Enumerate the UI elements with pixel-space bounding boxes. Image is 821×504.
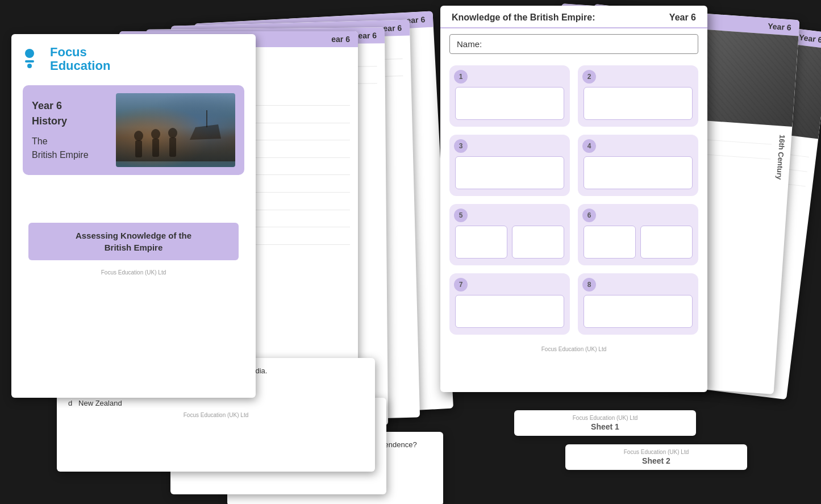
knowledge-header: Knowledge of the British Empire: Year 6 bbox=[440, 6, 707, 28]
sheet2-label: Sheet 2 bbox=[570, 456, 743, 465]
answer-part-5b bbox=[512, 226, 564, 259]
question-box-2: 2 bbox=[578, 65, 698, 127]
cover-body: Year 6 History The British Empire bbox=[11, 78, 256, 189]
cover-history: History bbox=[32, 114, 108, 129]
knowledge-year: Year 6 bbox=[669, 13, 696, 23]
answer-area-8 bbox=[584, 295, 693, 328]
question-box-5: 5 bbox=[449, 204, 570, 265]
q-num-2: 2 bbox=[582, 70, 596, 84]
knowledge-footer: Focus Education (UK) Ltd bbox=[440, 343, 707, 356]
cover-footer: Focus Education (UK) Ltd bbox=[11, 269, 256, 276]
svg-point-15 bbox=[168, 128, 177, 138]
answer-row-5 bbox=[455, 226, 564, 259]
logo-focus: Focus bbox=[50, 45, 110, 59]
question-box-1: 1 bbox=[449, 65, 570, 127]
question-box-6: 6 bbox=[578, 204, 698, 265]
svg-point-6 bbox=[25, 49, 34, 58]
q-num-8: 8 bbox=[582, 278, 596, 291]
answer-area-7 bbox=[455, 295, 564, 328]
svg-point-8 bbox=[27, 64, 32, 68]
right-back-2-year: Year 6 bbox=[799, 32, 821, 44]
answer-area-3 bbox=[455, 156, 564, 189]
battle-scene-svg bbox=[116, 93, 235, 167]
svg-rect-12 bbox=[135, 140, 142, 157]
answer-row-6 bbox=[584, 226, 693, 259]
century-label: 16th Century bbox=[769, 130, 791, 185]
logo-text: Focus Education bbox=[50, 45, 110, 73]
answer-part-6a bbox=[584, 226, 636, 259]
cover-document: Focus Education Year 6 History The Briti… bbox=[11, 34, 256, 398]
cover-title-area: Year 6 History The British Empire bbox=[32, 98, 108, 162]
bottom-doc-1-footer: Focus Education (UK) Ltd bbox=[57, 410, 375, 420]
logo-icon-svg bbox=[23, 48, 45, 70]
answer-area-4 bbox=[584, 156, 693, 189]
cover-year: Year 6 bbox=[32, 98, 108, 114]
cover-assess-button[interactable]: Assessing Knowledge of the British Empir… bbox=[28, 223, 239, 260]
logo-education: Education bbox=[50, 59, 110, 73]
q-num-5: 5 bbox=[454, 209, 468, 222]
sheet-label-2: Focus Education (UK) Ltd Sheet 2 bbox=[565, 444, 747, 470]
answer-part-6b bbox=[640, 226, 693, 259]
svg-rect-7 bbox=[25, 60, 34, 63]
question-box-4: 4 bbox=[578, 135, 698, 196]
sheet2-footer: Focus Education (UK) Ltd bbox=[570, 449, 743, 455]
q-num-4: 4 bbox=[582, 139, 596, 153]
cover-title-box: Year 6 History The British Empire bbox=[23, 85, 244, 175]
assess-text-2: British Empire bbox=[105, 243, 163, 252]
q-num-1: 1 bbox=[454, 70, 468, 84]
answer-area-2 bbox=[584, 87, 693, 120]
svg-point-11 bbox=[134, 131, 143, 141]
sheet1-footer: Focus Education (UK) Ltd bbox=[519, 415, 691, 421]
q-num-6: 6 bbox=[582, 209, 596, 222]
scene: Year 6 Atlantic ade. y slaves Focus Educ… bbox=[0, 0, 821, 504]
right-back-1-year: Year 6 bbox=[768, 22, 791, 32]
q-num-7: 7 bbox=[454, 278, 468, 291]
answer-area-1 bbox=[455, 87, 564, 120]
svg-point-13 bbox=[151, 129, 160, 139]
cover-british-empire: British Empire bbox=[32, 148, 108, 162]
cover-logo-area: Focus Education bbox=[11, 34, 256, 78]
sheet-label-1: Focus Education (UK) Ltd Sheet 1 bbox=[514, 410, 696, 436]
question-box-8: 8 bbox=[578, 273, 698, 335]
answer-part-5a bbox=[455, 226, 507, 259]
questions-grid: 1 2 3 4 5 bbox=[440, 60, 707, 340]
knowledge-document: Knowledge of the British Empire: Year 6 … bbox=[440, 6, 707, 392]
question-box-7: 7 bbox=[449, 273, 570, 335]
question-box-3: 3 bbox=[449, 135, 570, 196]
name-label: Name: bbox=[457, 39, 482, 49]
svg-rect-16 bbox=[169, 138, 176, 157]
cover-image bbox=[116, 93, 235, 167]
name-field: Name: bbox=[449, 34, 698, 54]
svg-rect-14 bbox=[152, 139, 159, 157]
sheet1-label: Sheet 1 bbox=[519, 422, 691, 431]
assess-text-1: Assessing Knowledge of the bbox=[76, 231, 191, 240]
q-num-3: 3 bbox=[454, 139, 468, 153]
knowledge-title: Knowledge of the British Empire: bbox=[452, 13, 595, 23]
bottom-item-d-nz: d New Zealand bbox=[57, 399, 375, 410]
focus-education-logo: Focus Education bbox=[23, 45, 244, 73]
cover-the: The bbox=[32, 135, 108, 148]
